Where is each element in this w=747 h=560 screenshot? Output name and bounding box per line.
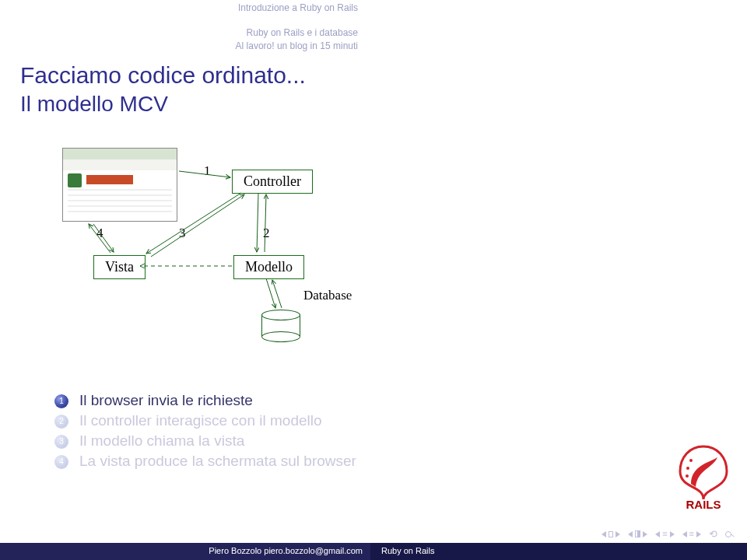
- bullet-number-icon: 1: [54, 394, 68, 408]
- svg-point-12: [686, 467, 689, 470]
- nav-next-section[interactable]: ≡: [682, 530, 701, 538]
- nav-prev-slide[interactable]: [601, 531, 620, 537]
- bullet-text: Il modello chiama la vista: [79, 432, 244, 450]
- svg-line-7: [265, 194, 266, 252]
- rails-logo: RAILS: [674, 442, 733, 513]
- bullet-text: Il browser invia le richieste: [79, 392, 253, 409]
- list-item: 2 Il controller interagisce con il model…: [54, 412, 700, 429]
- bullet-list: 1 Il browser invia le richieste 2 Il con…: [54, 389, 700, 473]
- svg-line-6: [257, 193, 258, 252]
- list-item: 3 Il modello chiama la vista: [54, 432, 700, 450]
- nav-cycle-icon[interactable]: ⟲: [709, 528, 717, 540]
- footer-author: Piero Bozzolo piero.bozzolo@gmail.com: [0, 543, 370, 560]
- bullet-text: La vista produce la schermata sul browse…: [79, 453, 356, 470]
- list-item: 1 Il browser invia le richieste: [54, 392, 700, 409]
- bullet-number-icon: 4: [54, 455, 68, 469]
- nav-item[interactable]: Al lavoro! un blog in 15 minuti: [218, 40, 358, 52]
- nav-prev-frame[interactable]: [628, 530, 647, 537]
- footer-title: Ruby on Rails: [370, 543, 747, 560]
- bullet-text: Il controller interagisce con il modello: [79, 412, 322, 429]
- nav-search-icon[interactable]: [725, 530, 735, 539]
- bullet-number-icon: 2: [54, 415, 68, 429]
- nav-item[interactable]: Ruby on Rails e i database: [218, 26, 358, 39]
- slide-subtitle: Il modello MCV: [20, 92, 168, 117]
- svg-point-11: [689, 459, 693, 462]
- rails-logo-text: RAILS: [686, 498, 721, 511]
- section-nav: Introduzione a Ruby on Rails Il modello …: [218, 2, 358, 52]
- svg-line-0: [179, 171, 230, 177]
- svg-line-2: [89, 224, 110, 253]
- mvc-diagram: varese Controller Vista Modello 1 2 3 4 …: [62, 148, 467, 358]
- svg-line-3: [93, 224, 114, 252]
- svg-point-13: [686, 474, 689, 478]
- svg-line-4: [146, 193, 241, 254]
- footer-bar: Piero Bozzolo piero.bozzolo@gmail.com Ru…: [0, 543, 747, 560]
- nav-item[interactable]: Introduzione a Ruby on Rails: [218, 2, 358, 14]
- svg-line-5: [151, 194, 244, 257]
- beamer-nav-controls: ≡ ≡ ⟲: [601, 528, 735, 540]
- svg-line-9: [266, 278, 275, 308]
- bullet-number-icon: 3: [54, 435, 68, 449]
- list-item: 4 La vista produce la schermata sul brow…: [54, 453, 700, 470]
- nav-prev-section[interactable]: ≡: [655, 530, 674, 538]
- slide-title: Facciamo codice ordinato...: [20, 62, 306, 89]
- nav-item-active[interactable]: Il modello MCV: [218, 14, 358, 26]
- diagram-arrows: [62, 148, 467, 358]
